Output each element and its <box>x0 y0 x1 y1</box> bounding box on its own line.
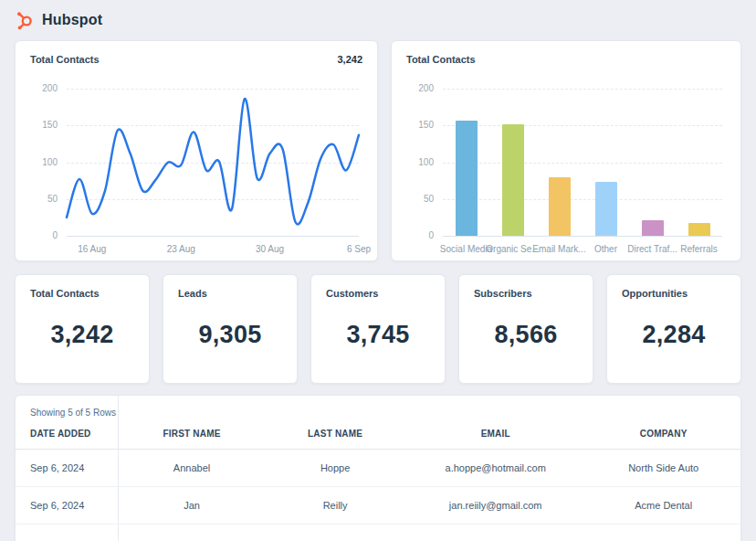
stat-card-customers: Customers3,745 <box>310 274 446 384</box>
stat-card-value: 3,745 <box>326 321 430 349</box>
bar-social-media <box>456 121 478 236</box>
bar-column <box>629 89 676 236</box>
table-cell: Sep 6, 2024 <box>16 500 118 511</box>
bar-column <box>676 89 722 236</box>
table-cell: Reilly <box>266 500 404 511</box>
table-cell: Jan <box>118 500 267 511</box>
y-axis-tick-label: 150 <box>418 120 434 130</box>
stat-card-label: Customers <box>326 288 430 299</box>
bar-organic-se <box>502 124 524 236</box>
bar-category-label: Referrals <box>680 244 718 254</box>
table-cell: Sep 6, 2024 <box>16 462 118 473</box>
bar-series <box>443 89 722 236</box>
bar-column <box>489 89 536 236</box>
stat-card-subscribers: Subscribers8,566 <box>458 274 593 384</box>
bar-category-label: Direct Traf... <box>627 244 677 254</box>
stat-card-leads: Leads9,305 <box>163 274 298 384</box>
bar-column <box>536 89 583 236</box>
y-axis-tick-label: 100 <box>42 157 58 167</box>
table-header-row: DATE ADDEDFIRST NAMELAST NAMEEMAILCOMPAN… <box>16 419 740 450</box>
stat-card-label: Leads <box>178 288 282 299</box>
line-chart-title: Total Contacts <box>30 54 100 65</box>
table-body: Sep 6, 2024AnnabelHoppea.hoppe@hotmail.c… <box>16 450 740 541</box>
bar-column <box>443 89 489 236</box>
y-axis-tick-label: 0 <box>52 230 58 240</box>
table-cell: Acme Dental <box>586 500 740 511</box>
contacts-table-card: Showing 5 of 5 Rows DATE ADDEDFIRST NAME… <box>15 395 741 541</box>
bar-column <box>583 89 629 236</box>
stat-card-label: Total Contacts <box>30 288 134 299</box>
x-axis-tick-label: 30 Aug <box>256 244 284 254</box>
x-axis-tick-label: 16 Aug <box>78 244 106 254</box>
stat-card-value: 3,242 <box>30 321 134 349</box>
y-axis-tick-label: 50 <box>47 194 58 204</box>
y-axis-tick-label: 200 <box>418 83 434 93</box>
app-title: Hubspot <box>42 12 102 28</box>
line-chart-plot: 20015010050016 Aug23 Aug30 Aug6 Sep <box>67 89 359 236</box>
gridline <box>67 236 359 237</box>
hubspot-logo-icon <box>16 11 35 30</box>
table-cell: Hoppe <box>266 462 404 473</box>
bar-direct-traf <box>642 220 664 236</box>
table-cell: a.hoppe@hotmail.com <box>404 462 586 473</box>
bar-chart-title: Total Contacts <box>406 54 476 65</box>
stat-card-value: 8,566 <box>474 321 578 349</box>
total-contacts-line-card: Total Contacts 3,242 20015010050016 Aug2… <box>15 40 378 261</box>
bar-category-label: Social Media <box>440 244 492 254</box>
table-cell: North Side Auto <box>586 462 740 473</box>
gridline <box>443 236 722 237</box>
line-series <box>67 89 359 236</box>
stat-card-label: Subscribers <box>474 288 578 299</box>
table-row-partial <box>16 525 740 541</box>
y-axis-tick-label: 200 <box>42 83 58 93</box>
table-row: Sep 6, 2024AnnabelHoppea.hoppe@hotmail.c… <box>16 450 740 487</box>
table-cell: jan.reiily@gmail.com <box>404 500 586 511</box>
stat-card-opportunities: Opportunities2,284 <box>606 274 741 384</box>
column-header-company: COMPANY <box>586 419 740 449</box>
column-header-first-name: FIRST NAME <box>118 419 267 449</box>
bar-referrals <box>688 223 710 236</box>
column-header-date-added: DATE ADDED <box>16 419 118 449</box>
bar-other <box>595 182 617 236</box>
table-row-count: Showing 5 of 5 Rows <box>16 396 740 419</box>
column-header-last-name: LAST NAME <box>266 419 404 449</box>
y-axis-tick-label: 50 <box>424 194 434 204</box>
stat-card-total-contacts: Total Contacts3,242 <box>15 274 150 384</box>
bar-email-mark <box>549 177 571 236</box>
bar-category-label: Organic Se... <box>486 244 539 254</box>
y-axis-tick-label: 150 <box>42 120 58 130</box>
x-axis-tick-label: 23 Aug <box>167 244 195 254</box>
bar-category-label: Other <box>594 244 617 254</box>
stat-card-value: 2,284 <box>622 321 726 349</box>
y-axis-tick-label: 0 <box>428 230 434 240</box>
table-column-divider <box>118 396 119 541</box>
bar-chart-plot: 200150100500Social MediaOrganic Se...Ema… <box>443 89 722 236</box>
column-header-email: EMAIL <box>404 419 586 449</box>
app-header: Hubspot <box>0 0 756 40</box>
contacts-by-source-bar-card: Total Contacts 200150100500Social MediaO… <box>391 40 741 261</box>
hubspot-dashboard: Hubspot Total Contacts 3,242 20015010050… <box>0 0 756 541</box>
stat-card-value: 9,305 <box>178 321 282 349</box>
x-axis-tick-label: 6 Sep <box>347 244 371 254</box>
table-cell: Annabel <box>118 462 267 473</box>
stat-card-label: Opportunities <box>622 288 726 299</box>
line-chart-total-value: 3,242 <box>337 54 362 65</box>
y-axis-tick-label: 100 <box>418 157 434 167</box>
charts-row: Total Contacts 3,242 20015010050016 Aug2… <box>15 40 741 261</box>
stats-row: Total Contacts3,242Leads9,305Customers3,… <box>15 274 741 384</box>
bar-category-label: Email Mark... <box>532 244 585 254</box>
table-row: Sep 6, 2024JanReillyjan.reiily@gmail.com… <box>16 487 740 525</box>
